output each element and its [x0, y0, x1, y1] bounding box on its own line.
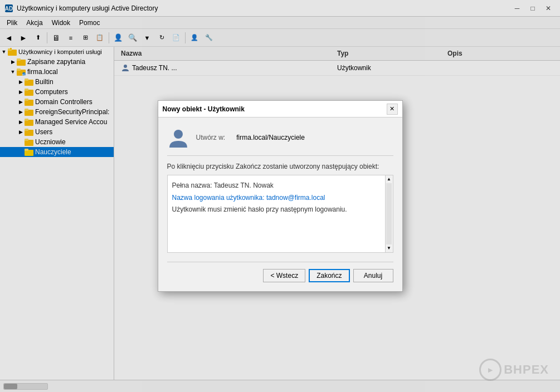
detail-password: Użytkownik musi zmienić hasło przy nastę… [172, 204, 379, 216]
modal-header-section: Utwórz w: firma.local/Nauczyciele [167, 126, 393, 156]
modal-dialog: Nowy obiekt - Użytkownik ✕ Utwórz w: fir… [158, 100, 403, 292]
modal-close-button[interactable]: ✕ [387, 104, 398, 115]
scrollbar-right: ▲ ▼ [385, 175, 393, 252]
modal-user-icon [167, 126, 189, 149]
modal-title-bar: Nowy obiekt - Użytkownik ✕ [158, 101, 402, 117]
detail-login: Nazwa logowania użytkownika: tadnow@firm… [172, 192, 379, 204]
modal-footer: < Wstecz Zakończ Anuluj [167, 262, 393, 282]
modal-body: Utwórz w: firma.local/Nauczyciele Po kli… [158, 117, 402, 291]
modal-title: Nowy obiekt - Użytkownik [163, 105, 245, 113]
back-button[interactable]: < Wstecz [263, 269, 305, 282]
scroll-up-arrow[interactable]: ▲ [385, 175, 393, 183]
modal-overlay: Nowy obiekt - Użytkownik ✕ Utwórz w: fir… [0, 0, 560, 392]
scrollbar-track [386, 183, 392, 244]
modal-info-text: Po kliknięciu przycisku Zakończ zostanie… [167, 163, 393, 170]
scroll-down-arrow[interactable]: ▼ [385, 244, 393, 252]
cancel-button[interactable]: Anuluj [353, 269, 393, 282]
modal-details-box: Pełna nazwa: Tadeusz TN. Nowak Nazwa log… [167, 175, 393, 253]
modal-location-value: firma.local/Nauczyciele [236, 134, 305, 141]
svg-point-28 [174, 130, 183, 139]
finish-button[interactable]: Zakończ [309, 269, 349, 282]
detail-fullname: Pełna nazwa: Tadeusz TN. Nowak [172, 180, 379, 192]
modal-location: Utwórz w: firma.local/Nauczyciele [196, 134, 305, 141]
modal-location-label: Utwórz w: [196, 134, 226, 141]
